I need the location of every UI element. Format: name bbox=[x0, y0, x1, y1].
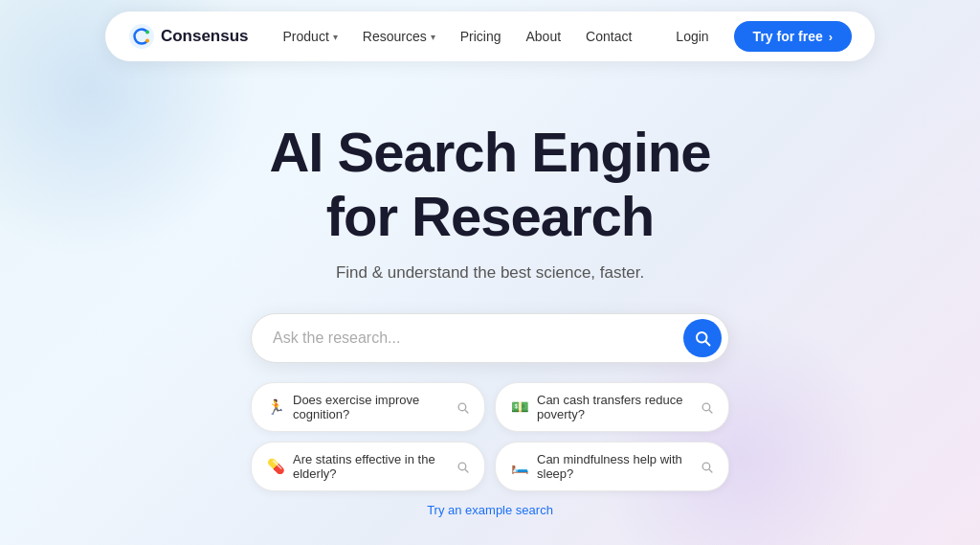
try-for-free-button[interactable]: Try for free › bbox=[734, 21, 852, 52]
navbar: Consensus Product ▾ Resources ▾ Pricing … bbox=[0, 0, 980, 73]
svg-line-10 bbox=[465, 469, 468, 472]
nav-actions: Login Try for free › bbox=[658, 21, 852, 52]
chip-statins-search-icon bbox=[457, 461, 469, 473]
svg-point-3 bbox=[697, 332, 707, 343]
svg-point-9 bbox=[458, 463, 466, 470]
example-chips-grid: 🏃 Does exercise improve cognition? 💵 Can… bbox=[251, 382, 729, 491]
search-input[interactable] bbox=[251, 313, 729, 363]
consensus-logo-icon bbox=[128, 23, 155, 50]
svg-point-11 bbox=[702, 463, 710, 470]
svg-point-7 bbox=[702, 403, 710, 411]
chip-mindfulness[interactable]: 🛏️ Can mindfulness help with sleep? bbox=[495, 442, 729, 491]
nav-item-contact[interactable]: Contact bbox=[574, 23, 643, 50]
hero-title: AI Search Engine for Research bbox=[269, 121, 710, 248]
chip-cash-emoji: 💵 bbox=[511, 398, 529, 416]
svg-point-2 bbox=[145, 39, 149, 43]
nav-item-about[interactable]: About bbox=[515, 23, 573, 50]
svg-line-8 bbox=[709, 410, 712, 413]
hero-subtitle: Find & understand the best science, fast… bbox=[336, 263, 644, 283]
login-button[interactable]: Login bbox=[658, 22, 725, 51]
nav-links: Product ▾ Resources ▾ Pricing About Cont… bbox=[272, 23, 644, 50]
search-icon bbox=[694, 329, 711, 347]
nav-item-resources[interactable]: Resources ▾ bbox=[351, 23, 447, 50]
try-example-link[interactable]: Try an example search bbox=[427, 503, 553, 517]
logo-area[interactable]: Consensus bbox=[128, 23, 249, 50]
chip-statins[interactable]: 💊 Are statins effective in the elderly? bbox=[251, 442, 485, 491]
try-button-arrow-icon: › bbox=[829, 30, 833, 44]
chip-cash-text: Can cash transfers reduce poverty? bbox=[537, 393, 693, 421]
chip-cash[interactable]: 💵 Can cash transfers reduce poverty? bbox=[495, 382, 729, 432]
nav-item-pricing[interactable]: Pricing bbox=[449, 23, 513, 50]
chip-exercise-search-icon bbox=[457, 401, 469, 414]
chip-cash-search-icon bbox=[701, 401, 713, 414]
chip-statins-emoji: 💊 bbox=[267, 458, 285, 475]
product-chevron-icon: ▾ bbox=[333, 32, 338, 42]
chip-exercise[interactable]: 🏃 Does exercise improve cognition? bbox=[251, 382, 485, 432]
chip-mindfulness-text: Can mindfulness help with sleep? bbox=[537, 452, 693, 481]
navbar-inner: Consensus Product ▾ Resources ▾ Pricing … bbox=[105, 11, 875, 61]
chip-statins-text: Are statins effective in the elderly? bbox=[293, 452, 449, 481]
svg-line-12 bbox=[709, 469, 712, 472]
nav-item-product[interactable]: Product ▾ bbox=[272, 23, 349, 50]
search-button[interactable] bbox=[683, 319, 722, 357]
svg-point-1 bbox=[145, 31, 149, 34]
svg-line-4 bbox=[706, 342, 710, 346]
svg-point-0 bbox=[129, 24, 154, 49]
search-container bbox=[251, 313, 729, 363]
svg-point-5 bbox=[458, 403, 466, 411]
chip-mindfulness-emoji: 🛏️ bbox=[511, 458, 529, 475]
chip-exercise-emoji: 🏃 bbox=[267, 398, 285, 416]
chip-mindfulness-search-icon bbox=[701, 461, 713, 473]
resources-chevron-icon: ▾ bbox=[431, 32, 435, 42]
hero-section: AI Search Engine for Research Find & und… bbox=[0, 73, 980, 517]
logo-text: Consensus bbox=[161, 27, 249, 46]
svg-line-6 bbox=[465, 410, 468, 413]
chip-exercise-text: Does exercise improve cognition? bbox=[293, 393, 449, 421]
